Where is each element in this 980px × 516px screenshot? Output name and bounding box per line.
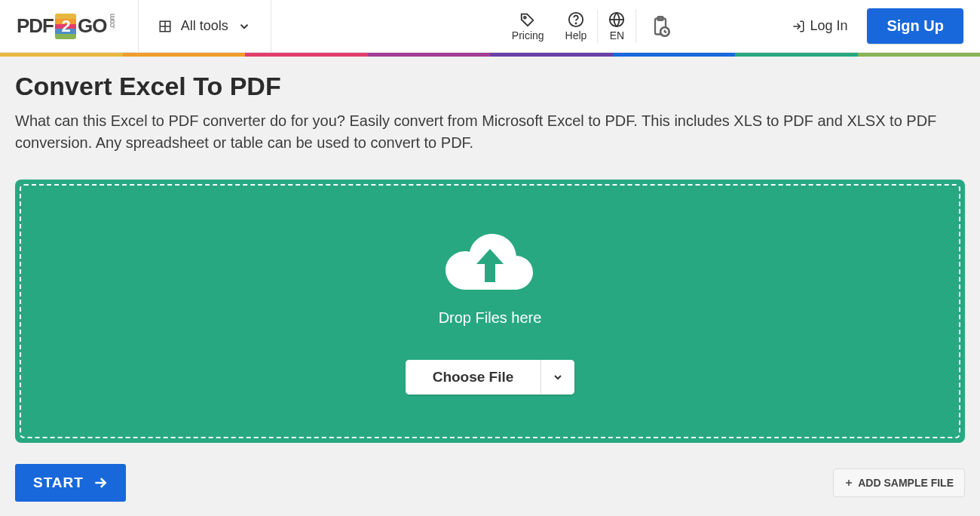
add-sample-file-button[interactable]: ADD SAMPLE FILE	[833, 468, 965, 497]
top-nav: PDF 2 GO .com All tools Pricing Help EN …	[0, 0, 980, 53]
nav-help-label: Help	[565, 29, 587, 41]
nav-lang-label: EN	[610, 29, 624, 41]
svg-point-5	[575, 23, 576, 23]
grid-icon	[158, 20, 172, 33]
chevron-down-icon	[237, 20, 251, 33]
start-button[interactable]: START	[15, 464, 126, 502]
choose-file-button[interactable]: Choose File	[406, 360, 541, 395]
start-label: START	[33, 475, 84, 491]
file-dropzone[interactable]: Drop Files here Choose File	[15, 180, 965, 443]
choose-file-dropdown-toggle[interactable]	[541, 360, 574, 395]
logo-badge: 2	[55, 14, 76, 39]
logo[interactable]: PDF 2 GO .com	[0, 0, 139, 52]
page-title: Convert Excel To PDF	[15, 72, 965, 101]
nav-pricing[interactable]: Pricing	[501, 0, 555, 52]
cloud-upload-icon	[441, 229, 539, 297]
clipboard-clock-icon	[650, 16, 671, 37]
all-tools-menu[interactable]: All tools	[139, 0, 271, 52]
nav-clipboard-history[interactable]	[636, 0, 684, 52]
signup-button[interactable]: Sign Up	[867, 8, 963, 44]
logo-text-right: GO	[78, 14, 106, 38]
login-label: Log In	[810, 18, 847, 34]
page-description: What can this Excel to PDF converter do …	[15, 110, 965, 154]
all-tools-label: All tools	[181, 18, 228, 34]
tag-icon	[519, 11, 536, 28]
drop-text: Drop Files here	[439, 309, 542, 327]
chevron-down-icon	[552, 371, 564, 383]
logo-suffix: .com	[109, 14, 117, 29]
rainbow-divider	[0, 53, 980, 57]
nav-help[interactable]: Help	[555, 0, 598, 52]
nav-language[interactable]: EN	[598, 0, 635, 52]
nav-pricing-label: Pricing	[512, 29, 544, 41]
login-link[interactable]: Log In	[776, 0, 862, 52]
arrow-right-icon	[93, 475, 108, 490]
plus-icon	[844, 478, 853, 487]
sample-label: ADD SAMPLE FILE	[858, 477, 954, 489]
globe-icon	[608, 11, 625, 28]
choose-file-label: Choose File	[433, 369, 514, 385]
login-icon	[792, 20, 805, 33]
logo-text-left: PDF	[17, 14, 54, 38]
help-icon	[568, 11, 584, 28]
svg-point-3	[524, 16, 526, 18]
signup-label: Sign Up	[887, 17, 944, 34]
